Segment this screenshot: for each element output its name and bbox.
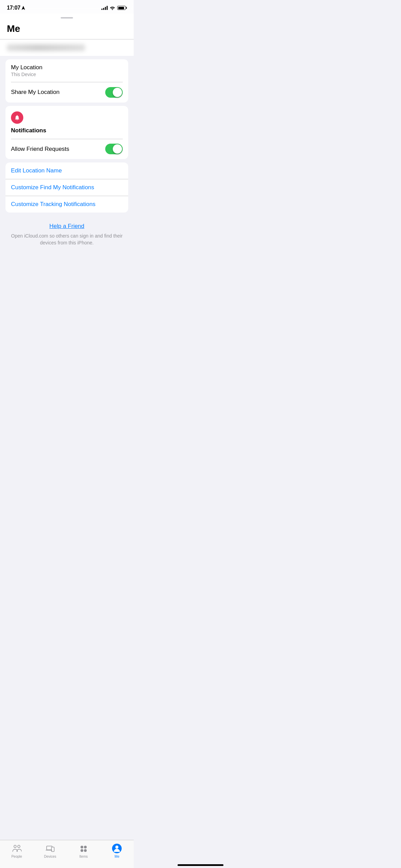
- location-item: My Location This Device: [5, 59, 128, 82]
- drag-handle[interactable]: [61, 17, 73, 19]
- battery-icon: [117, 6, 127, 10]
- customize-tracking-link[interactable]: Customize Tracking Notifications: [11, 201, 96, 207]
- customize-tracking-item[interactable]: Customize Tracking Notifications: [5, 196, 128, 213]
- toggle-thumb: [113, 88, 122, 97]
- toggle-thumb-2: [113, 144, 122, 154]
- customize-findmy-link[interactable]: Customize Find My Notifications: [11, 184, 94, 191]
- status-icons: [101, 6, 127, 10]
- signal-bars-icon: [101, 6, 108, 10]
- notification-icon-wrap: [11, 111, 23, 124]
- profile-blur: [7, 44, 85, 51]
- bell-icon: [14, 114, 20, 121]
- location-icon: [22, 6, 25, 10]
- edit-location-name-link[interactable]: Edit Location Name: [11, 167, 62, 174]
- share-location-toggle[interactable]: [105, 87, 123, 98]
- status-time: 17:07: [7, 5, 20, 11]
- notifications-title: Notifications: [11, 127, 123, 134]
- page-title: Me: [7, 23, 127, 34]
- allow-friend-requests-toggle[interactable]: [105, 144, 123, 154]
- customize-findmy-item[interactable]: Customize Find My Notifications: [5, 179, 128, 196]
- my-location-label: My Location: [11, 64, 123, 71]
- location-device-label: This Device: [11, 72, 123, 77]
- share-location-row: Share My Location: [5, 82, 128, 103]
- profile-row: [0, 39, 134, 56]
- help-section: Help a Friend Open iCloud.com so others …: [0, 216, 134, 257]
- help-a-friend-link[interactable]: Help a Friend: [10, 223, 123, 230]
- actions-card: Edit Location Name Customize Find My Not…: [5, 162, 128, 213]
- edit-location-name-item[interactable]: Edit Location Name: [5, 162, 128, 179]
- allow-friend-requests-row: Allow Friend Requests: [11, 144, 123, 154]
- my-location-card: My Location This Device Share My Locatio…: [5, 59, 128, 103]
- page-header: Me: [0, 14, 134, 39]
- notifications-section: Notifications Allow Friend Requests: [5, 106, 128, 159]
- wifi-icon: [110, 6, 115, 10]
- help-description: Open iCloud.com so others can sign in an…: [11, 233, 122, 245]
- share-location-label: Share My Location: [11, 89, 60, 96]
- allow-friend-requests-label: Allow Friend Requests: [11, 146, 69, 153]
- status-bar: 17:07: [0, 0, 134, 14]
- notifications-divider: [11, 139, 123, 139]
